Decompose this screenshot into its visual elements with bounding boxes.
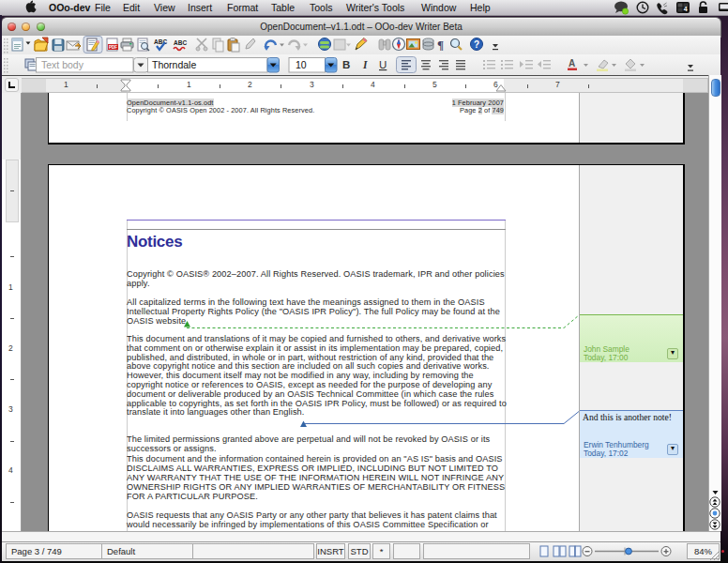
svg-text:PDF: PDF xyxy=(109,45,117,50)
svg-text:Thorndale: Thorndale xyxy=(152,59,196,70)
svg-text:ABC: ABC xyxy=(154,38,167,45)
svg-text:B: B xyxy=(342,59,350,70)
svg-text:ABC: ABC xyxy=(174,39,187,46)
svg-text:I: I xyxy=(362,59,368,70)
svg-text:?: ? xyxy=(474,39,479,50)
svg-text:Text body: Text body xyxy=(41,59,84,70)
svg-text:A: A xyxy=(569,58,575,68)
svg-text:4: 4 xyxy=(684,6,688,12)
svg-text:U: U xyxy=(379,59,387,70)
svg-text:10: 10 xyxy=(296,59,307,70)
svg-text:¶: ¶ xyxy=(437,38,444,52)
